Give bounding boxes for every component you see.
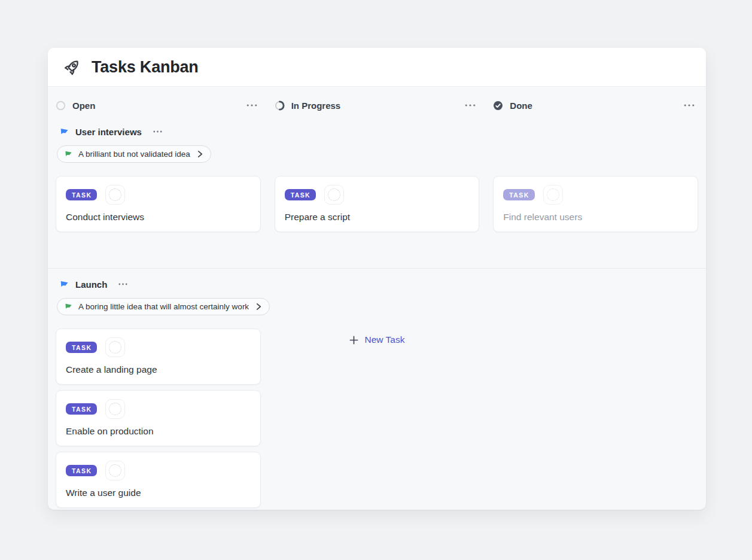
column-in-progress-cards: TASK Prepare a script: [275, 176, 480, 232]
task-card[interactable]: TASK Enable on production: [56, 390, 261, 446]
goal-pill[interactable]: A brilliant but not validated idea: [57, 145, 211, 163]
task-title: Create a landing page: [66, 364, 251, 375]
card-top-row: TASK: [285, 185, 470, 205]
swimlane-name: Launch: [75, 279, 107, 290]
dotted-circle-icon: [109, 188, 121, 201]
flag-icon: [60, 280, 69, 289]
column-label: Done: [510, 101, 532, 111]
chevron-right-icon: [197, 150, 203, 158]
card-top-row: TASK: [503, 185, 688, 205]
plus-icon: [349, 336, 358, 345]
dotted-circle-icon: [109, 341, 121, 354]
swimlane-name: User interviews: [75, 127, 142, 137]
task-card-done[interactable]: TASK Find relevant users: [493, 176, 698, 232]
page-title: Tasks Kanban: [92, 58, 199, 77]
task-type-badge: TASK: [66, 403, 97, 415]
chevron-right-icon: [256, 303, 261, 311]
swimlane-cards-row: TASK Conduct interviews TASK Prepare a s…: [56, 176, 698, 232]
kanban-panel: Tasks Kanban Open In: [48, 48, 706, 510]
assignee-avatar-placeholder[interactable]: [105, 461, 125, 480]
ellipsis-icon: [246, 104, 257, 106]
column-open-cards: TASK Create a landing page TASK Enable o…: [56, 328, 261, 508]
goal-pill[interactable]: A boring little idea that will almost ce…: [57, 298, 270, 315]
goal-pill-label: A boring little idea that will almost ce…: [78, 302, 249, 311]
swimlane-user-interviews: User interviews A brilliant but not vali…: [56, 124, 698, 232]
task-title: Enable on production: [66, 426, 251, 437]
new-task-button[interactable]: New Task: [343, 330, 411, 350]
ellipsis-icon: [153, 130, 162, 133]
assignee-avatar-placeholder[interactable]: [105, 399, 125, 419]
dotted-circle-icon: [109, 464, 121, 477]
swimlane-cards-row: TASK Create a landing page TASK Enable o…: [56, 328, 698, 508]
swimlane-launch: Launch A boring little idea that will al…: [56, 277, 698, 508]
assignee-avatar-placeholder[interactable]: [543, 185, 563, 205]
swimlane-menu-button[interactable]: [115, 281, 131, 288]
assignee-avatar-placeholder[interactable]: [324, 185, 344, 205]
task-card[interactable]: TASK Create a landing page: [56, 328, 261, 385]
dotted-circle-icon: [109, 403, 121, 415]
task-title: Conduct interviews: [66, 212, 251, 223]
column-header-in-progress: In Progress: [275, 96, 480, 114]
column-in-progress-cards: New Task: [275, 328, 480, 350]
status-open-icon: [56, 101, 66, 111]
column-label: Open: [72, 101, 95, 111]
column-header-open: Open: [56, 96, 261, 114]
flag-icon: [65, 303, 72, 311]
ellipsis-icon: [118, 283, 127, 285]
task-type-badge: TASK: [66, 342, 97, 354]
task-title: Write a user guide: [66, 488, 251, 498]
task-type-badge: TASK: [503, 189, 534, 201]
column-headers-row: Open In Progress: [56, 96, 698, 114]
task-type-badge: TASK: [66, 189, 97, 201]
swimlane-divider: [48, 268, 706, 269]
ellipsis-icon: [465, 104, 476, 106]
status-done-icon: [493, 101, 503, 111]
card-top-row: TASK: [66, 461, 251, 480]
task-title: Prepare a script: [285, 212, 470, 223]
card-top-row: TASK: [66, 185, 251, 205]
flag-icon: [65, 150, 72, 158]
column-done-cards: TASK Find relevant users: [493, 176, 698, 232]
new-task-label: New Task: [365, 334, 405, 345]
task-type-badge: TASK: [285, 189, 316, 201]
ellipsis-icon: [684, 104, 695, 106]
column-label: In Progress: [291, 101, 341, 111]
column-menu-button[interactable]: [461, 102, 479, 109]
column-menu-button[interactable]: [243, 102, 261, 109]
card-top-row: TASK: [66, 337, 251, 357]
column-menu-button[interactable]: [680, 102, 698, 109]
status-in-progress-icon: [275, 101, 285, 111]
task-type-badge: TASK: [66, 465, 97, 477]
dotted-circle-icon: [547, 188, 559, 201]
task-card[interactable]: TASK Prepare a script: [275, 176, 480, 232]
task-title: Find relevant users: [503, 212, 688, 223]
dotted-circle-icon: [328, 188, 340, 201]
swimlane-header: Launch: [60, 277, 698, 291]
assignee-avatar-placeholder[interactable]: [105, 185, 125, 205]
task-card[interactable]: TASK Conduct interviews: [56, 176, 261, 232]
kanban-board: Open In Progress: [48, 87, 706, 508]
rocket-icon: [63, 57, 82, 77]
swimlane-header: User interviews: [60, 124, 698, 139]
panel-header: Tasks Kanban: [48, 48, 706, 87]
column-header-done: Done: [493, 96, 698, 114]
swimlane-menu-button[interactable]: [150, 128, 166, 135]
column-open-cards: TASK Conduct interviews: [56, 176, 261, 232]
flag-icon: [60, 127, 69, 136]
assignee-avatar-placeholder[interactable]: [105, 337, 125, 357]
card-top-row: TASK: [66, 399, 251, 419]
goal-pill-label: A brilliant but not validated idea: [78, 150, 190, 159]
task-card[interactable]: TASK Write a user guide: [56, 452, 261, 508]
